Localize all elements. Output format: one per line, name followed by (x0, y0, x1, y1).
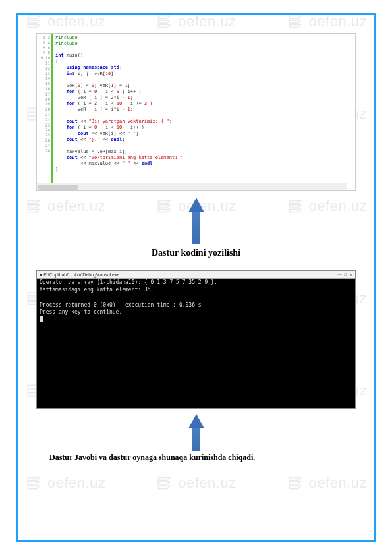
minimize-icon[interactable]: — (337, 272, 341, 277)
code-text: #include #include int main() { using nam… (55, 35, 352, 173)
console-screenshot: ■ E:\Cpp\Lab6…\bin\Debug\konsol.exe — □ … (36, 270, 356, 409)
console-titlebar: ■ E:\Cpp\Lab6…\bin\Debug\konsol.exe — □ … (37, 271, 355, 279)
code-editor-screenshot: 1 2 3 4 5 6 7 8 9 10 11 12 13 14 15 16 1… (36, 33, 356, 191)
arrow-up-icon (188, 414, 204, 450)
close-icon[interactable]: ✕ (349, 272, 352, 277)
window-controls: — □ ✕ (337, 272, 352, 277)
arrow-up-icon (188, 198, 204, 244)
scrollbar-thumb[interactable] (38, 185, 78, 190)
console-output: Operator va array (1-chidana10): { 0 1 3… (40, 279, 352, 323)
code-line-numbers: 1 2 3 4 5 6 7 8 9 10 11 12 13 14 15 16 1… (38, 35, 50, 153)
page-content: 1 2 3 4 5 6 7 8 9 10 11 12 13 14 15 16 1… (16, 13, 376, 542)
horizontal-scrollbar[interactable] (37, 183, 347, 190)
maximize-icon[interactable]: □ (344, 272, 347, 277)
code-change-margin (51, 34, 53, 190)
console-title-text: ■ E:\Cpp\Lab6…\bin\Debug\konsol.exe (40, 272, 119, 277)
code-caption: Dastur kodini yozilishi (36, 248, 356, 258)
console-caption: Dastur Javobi va dastur oynaga shunaqa k… (49, 453, 356, 463)
